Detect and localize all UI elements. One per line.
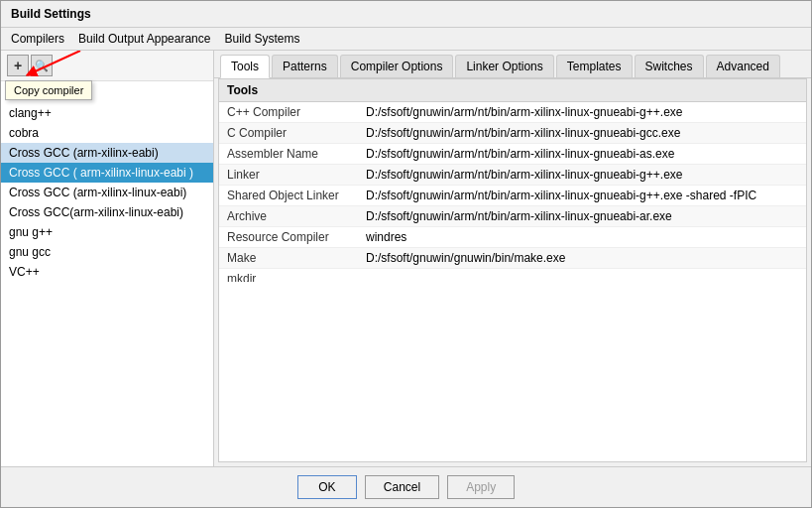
compiler-item-vcpp[interactable]: VC++: [1, 262, 213, 282]
tool-value[interactable]: [358, 269, 806, 283]
menu-bar: Compilers Build Output Appearance Build …: [1, 28, 811, 51]
tool-label: Assembler Name: [219, 144, 358, 165]
cancel-button[interactable]: Cancel: [365, 475, 439, 499]
menu-compilers[interactable]: Compilers: [5, 30, 70, 48]
tool-value[interactable]: D:/sfsoft/gnuwin/arm/nt/bin/arm-xilinx-l…: [358, 144, 806, 165]
left-panel-toolbar: + 🔍 Copy compiler: [1, 51, 213, 81]
build-settings-window: Build Settings Compilers Build Output Ap…: [0, 0, 812, 508]
tool-label: C++ Compiler: [219, 102, 358, 123]
apply-button[interactable]: Apply: [447, 475, 515, 499]
tab-compiler-options[interactable]: Compiler Options: [340, 55, 454, 77]
content-area: + 🔍 Copy compiler cla c: [1, 51, 811, 466]
compiler-item-cross-gcc-linux2[interactable]: Cross GCC (arm-xilinx-linux-eabi): [1, 183, 213, 202]
tool-value[interactable]: D:/sfsoft/gnuwin/arm/nt/bin/arm-xilinx-l…: [358, 206, 806, 227]
table-row[interactable]: Assembler NameD:/sfsoft/gnuwin/arm/nt/bi…: [219, 144, 806, 165]
compiler-list: cla clang++ cobra Cross GCC (arm-xilinx-…: [1, 81, 213, 466]
search-button[interactable]: 🔍: [31, 55, 53, 76]
tools-table-wrapper: C++ CompilerD:/sfsoft/gnuwin/arm/nt/bin/…: [219, 102, 806, 282]
bottom-bar: OK Cancel Apply: [1, 466, 811, 507]
tool-value[interactable]: D:/sfsoft/gnuwin/arm/nt/bin/arm-xilinx-l…: [358, 165, 806, 186]
tool-value[interactable]: D:/sfsoft/gnuwin/gnuwin/bin/make.exe: [358, 248, 806, 269]
table-row[interactable]: C CompilerD:/sfsoft/gnuwin/arm/nt/bin/ar…: [219, 123, 806, 144]
table-row[interactable]: LinkerD:/sfsoft/gnuwin/arm/nt/bin/arm-xi…: [219, 165, 806, 186]
compiler-item-clang[interactable]: clang++: [1, 103, 213, 123]
tool-value[interactable]: D:/sfsoft/gnuwin/arm/nt/bin/arm-xilinx-l…: [358, 102, 806, 123]
tool-value[interactable]: D:/sfsoft/gnuwin/arm/nt/bin/arm-xilinx-l…: [358, 186, 806, 206]
menu-build-systems[interactable]: Build Systems: [218, 30, 305, 48]
tab-tools[interactable]: Tools: [220, 55, 270, 78]
tab-content-tools: Tools C++ CompilerD:/sfsoft/gnuwin/arm/n…: [218, 78, 807, 462]
compiler-item-cross-gcc-linux[interactable]: Cross GCC ( arm-xilinx-linux-eabi ): [1, 163, 213, 183]
compiler-item-gnu-gpp[interactable]: gnu g++: [1, 222, 213, 242]
table-row[interactable]: MakeD:/sfsoft/gnuwin/gnuwin/bin/make.exe: [219, 248, 806, 269]
menu-build-output[interactable]: Build Output Appearance: [72, 30, 216, 48]
tool-label: mkdir: [219, 269, 358, 283]
tab-templates[interactable]: Templates: [556, 55, 633, 77]
table-row[interactable]: Resource Compilerwindres: [219, 227, 806, 248]
tools-table: C++ CompilerD:/sfsoft/gnuwin/arm/nt/bin/…: [219, 102, 806, 282]
table-row[interactable]: Shared Object LinkerD:/sfsoft/gnuwin/arm…: [219, 186, 806, 206]
left-panel: + 🔍 Copy compiler cla c: [1, 51, 214, 466]
tab-bar: Tools Patterns Compiler Options Linker O…: [214, 51, 811, 78]
tool-value[interactable]: D:/sfsoft/gnuwin/arm/nt/bin/arm-xilinx-l…: [358, 123, 806, 144]
add-compiler-button[interactable]: +: [7, 55, 29, 76]
tool-label: Archive: [219, 206, 358, 227]
empty-area: [219, 282, 806, 461]
table-row[interactable]: mkdir: [219, 269, 806, 283]
tab-advanced[interactable]: Advanced: [706, 55, 780, 77]
ok-button[interactable]: OK: [297, 475, 357, 499]
tab-linker-options[interactable]: Linker Options: [455, 55, 553, 77]
tools-section-header: Tools: [219, 79, 806, 102]
tool-label: C Compiler: [219, 123, 358, 144]
table-row[interactable]: C++ CompilerD:/sfsoft/gnuwin/arm/nt/bin/…: [219, 102, 806, 123]
tool-label: Resource Compiler: [219, 227, 358, 248]
tool-value[interactable]: windres: [358, 227, 806, 248]
copy-compiler-tooltip: Copy compiler: [5, 80, 92, 100]
compiler-item-cobra[interactable]: cobra: [1, 123, 213, 143]
compiler-item-gnu-gcc[interactable]: gnu gcc: [1, 242, 213, 262]
tool-label: Make: [219, 248, 358, 269]
window-title: Build Settings: [11, 7, 91, 21]
tab-switches[interactable]: Switches: [635, 55, 704, 77]
tab-patterns[interactable]: Patterns: [272, 55, 338, 77]
right-panel: Tools Patterns Compiler Options Linker O…: [214, 51, 811, 466]
compiler-item-cross-gcc-arm[interactable]: Cross GCC (arm-xilinx-eabi): [1, 143, 213, 163]
compiler-item-cross-gcc-linux3[interactable]: Cross GCC(arm-xilinx-linux-eabi): [1, 202, 213, 222]
table-row[interactable]: ArchiveD:/sfsoft/gnuwin/arm/nt/bin/arm-x…: [219, 206, 806, 227]
tool-label: Shared Object Linker: [219, 186, 358, 206]
tool-label: Linker: [219, 165, 358, 186]
title-bar: Build Settings: [1, 1, 811, 28]
